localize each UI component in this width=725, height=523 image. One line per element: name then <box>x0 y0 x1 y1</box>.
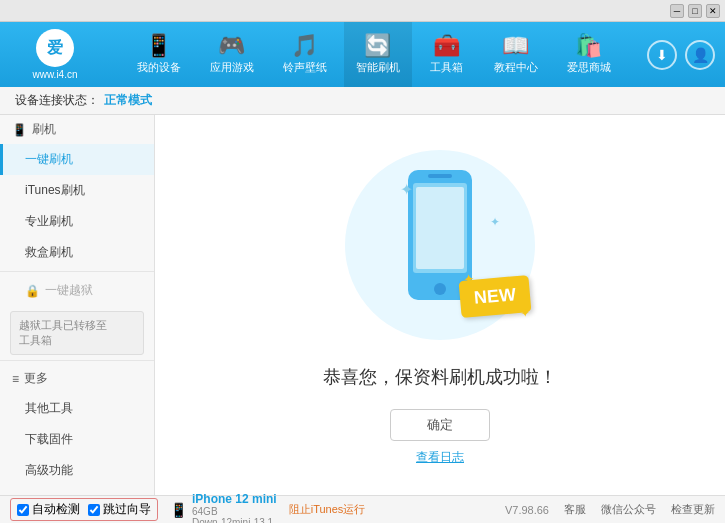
minimize-btn[interactable]: ─ <box>670 4 684 18</box>
auto-detect-label: 自动检测 <box>32 501 80 518</box>
apple-store-label: 爱思商城 <box>567 60 611 75</box>
auto-detect-checkbox-label[interactable]: 自动检测 <box>17 501 80 518</box>
bottom-left: 自动检测 跳过向导 📱 iPhone 12 mini 64GB Down-12m… <box>10 492 365 524</box>
nav-item-my-device[interactable]: 📱 我的设备 <box>125 22 193 87</box>
skip-wizard-label: 跳过向导 <box>103 501 151 518</box>
toolbox-label: 工具箱 <box>430 60 463 75</box>
nav-item-smart-flash[interactable]: 🔄 智能刷机 <box>344 22 412 87</box>
jailbreak-info-text: 越狱工具已转移至工具箱 <box>19 319 107 346</box>
svg-rect-4 <box>416 187 464 269</box>
success-message: 恭喜您，保资料刷机成功啦！ <box>323 365 557 389</box>
bottom-right: V7.98.66 客服 微信公众号 检查更新 <box>505 502 715 517</box>
nav-items: 📱 我的设备 🎮 应用游戏 🎵 铃声壁纸 🔄 智能刷机 🧰 工具箱 📖 教程中心… <box>100 22 647 87</box>
more-section-title: 更多 <box>24 370 48 387</box>
device-storage: 64GB <box>192 506 277 517</box>
logo-area: 爱 www.i4.cn <box>10 29 100 80</box>
svg-point-3 <box>434 283 446 295</box>
logo-symbol: 爱 <box>47 38 63 59</box>
flash-section-icon: 📱 <box>12 123 27 137</box>
skip-wizard-checkbox-label[interactable]: 跳过向导 <box>88 501 151 518</box>
status-bar: 设备连接状态： 正常模式 <box>0 87 725 115</box>
check-update-link[interactable]: 检查更新 <box>671 502 715 517</box>
sidebar-section-jailbreak: 🔒 一键越狱 <box>0 275 154 306</box>
sidebar: 📱 刷机 一键刷机 iTunes刷机 专业刷机 救盒刷机 🔒 一键越狱 越狱工具… <box>0 115 155 495</box>
tutorials-icon: 📖 <box>502 35 529 57</box>
sidebar-item-other-tools[interactable]: 其他工具 <box>0 393 154 424</box>
toolbox-icon: 🧰 <box>433 35 460 57</box>
new-badge: NEW <box>459 275 532 318</box>
jailbreak-label: 一键越狱 <box>45 282 93 299</box>
sparkle-1: ✦ <box>400 180 413 199</box>
view-log-link[interactable]: 查看日志 <box>416 449 464 466</box>
skip-wizard-checkbox[interactable] <box>88 504 100 516</box>
top-nav: 爱 www.i4.cn 📱 我的设备 🎮 应用游戏 🎵 铃声壁纸 🔄 智能刷机 … <box>0 22 725 87</box>
version-label: V7.98.66 <box>505 504 549 516</box>
device-details: iPhone 12 mini 64GB Down-12mini-13,1 <box>192 492 277 524</box>
ringtones-label: 铃声壁纸 <box>283 60 327 75</box>
auto-detect-checkbox[interactable] <box>17 504 29 516</box>
more-section-icon: ≡ <box>12 372 19 386</box>
content-area: ✦ ✦ NEW 恭喜您，保资料刷机成功啦！ 确定 查看日志 <box>155 115 725 495</box>
device-phone-icon: 📱 <box>170 502 187 518</box>
confirm-button[interactable]: 确定 <box>390 409 490 441</box>
nav-item-ringtones[interactable]: 🎵 铃声壁纸 <box>271 22 339 87</box>
nav-item-apps-games[interactable]: 🎮 应用游戏 <box>198 22 266 87</box>
itunes-status[interactable]: 阻止iTunes运行 <box>289 502 366 517</box>
apps-games-icon: 🎮 <box>218 35 245 57</box>
title-bar: ─ □ ✕ <box>0 0 725 22</box>
apple-store-icon: 🛍️ <box>575 35 602 57</box>
my-device-label: 我的设备 <box>137 60 181 75</box>
lock-icon: 🔒 <box>25 284 40 298</box>
smart-flash-label: 智能刷机 <box>356 60 400 75</box>
tutorials-label: 教程中心 <box>494 60 538 75</box>
device-name: iPhone 12 mini <box>192 492 277 506</box>
nav-right-buttons: ⬇ 👤 <box>647 40 715 70</box>
sidebar-item-pro-flash[interactable]: 专业刷机 <box>0 206 154 237</box>
sidebar-divider-1 <box>0 271 154 272</box>
window-controls[interactable]: ─ □ ✕ <box>670 4 720 18</box>
bottom-bar: 自动检测 跳过向导 📱 iPhone 12 mini 64GB Down-12m… <box>0 495 725 523</box>
sidebar-section-flash: 📱 刷机 <box>0 115 154 144</box>
my-device-icon: 📱 <box>145 35 172 57</box>
logo-text: www.i4.cn <box>32 69 77 80</box>
logo-icon: 爱 <box>36 29 74 67</box>
main-layout: 📱 刷机 一键刷机 iTunes刷机 专业刷机 救盒刷机 🔒 一键越狱 越狱工具… <box>0 115 725 495</box>
user-btn[interactable]: 👤 <box>685 40 715 70</box>
sidebar-item-advanced[interactable]: 高级功能 <box>0 455 154 486</box>
download-btn[interactable]: ⬇ <box>647 40 677 70</box>
device-model: Down-12mini-13,1 <box>192 517 277 524</box>
sidebar-section-more: ≡ 更多 <box>0 364 154 393</box>
success-illustration: ✦ ✦ NEW <box>340 145 540 345</box>
wechat-public-link[interactable]: 微信公众号 <box>601 502 656 517</box>
sidebar-divider-2 <box>0 360 154 361</box>
sidebar-item-one-click-flash[interactable]: 一键刷机 <box>0 144 154 175</box>
flash-section-title: 刷机 <box>32 121 56 138</box>
status-value: 正常模式 <box>104 92 152 109</box>
nav-item-tutorials[interactable]: 📖 教程中心 <box>482 22 550 87</box>
device-info: 📱 iPhone 12 mini 64GB Down-12mini-13,1 <box>170 492 277 524</box>
apps-games-label: 应用游戏 <box>210 60 254 75</box>
jailbreak-info-box: 越狱工具已转移至工具箱 <box>10 311 144 355</box>
close-btn[interactable]: ✕ <box>706 4 720 18</box>
maximize-btn[interactable]: □ <box>688 4 702 18</box>
nav-item-apple-store[interactable]: 🛍️ 爱思商城 <box>555 22 623 87</box>
sidebar-item-itunes-flash[interactable]: iTunes刷机 <box>0 175 154 206</box>
customer-service-link[interactable]: 客服 <box>564 502 586 517</box>
ringtones-icon: 🎵 <box>291 35 318 57</box>
smart-flash-icon: 🔄 <box>364 35 391 57</box>
sidebar-item-download-firmware[interactable]: 下载固件 <box>0 424 154 455</box>
nav-item-toolbox[interactable]: 🧰 工具箱 <box>417 22 477 87</box>
checkbox-group: 自动检测 跳过向导 <box>10 498 158 521</box>
status-prefix: 设备连接状态： <box>15 92 99 109</box>
sparkle-2: ✦ <box>490 215 500 229</box>
sidebar-item-save-data-flash[interactable]: 救盒刷机 <box>0 237 154 268</box>
svg-rect-2 <box>428 174 452 178</box>
